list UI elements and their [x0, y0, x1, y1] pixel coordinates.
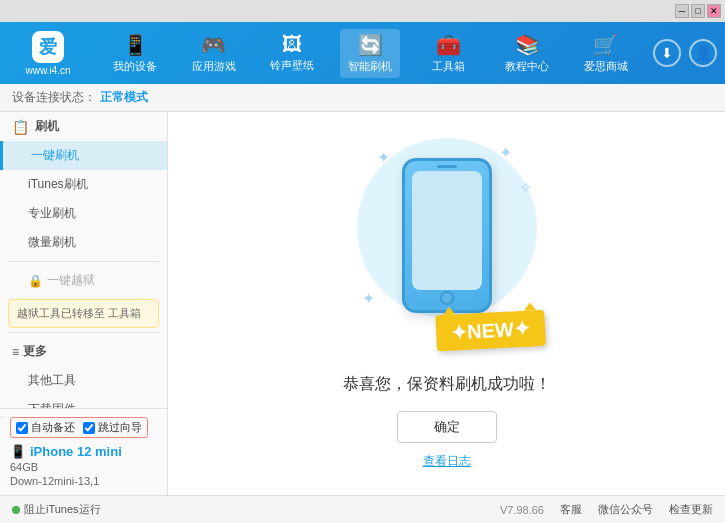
more-section-icon: ≡ [12, 345, 19, 359]
itunes-status-text: 阻止iTunes运行 [24, 502, 101, 517]
bottom-right: V7.98.66 客服 微信公众号 检查更新 [500, 502, 713, 517]
title-bar: ─ □ ✕ [0, 0, 725, 22]
user-btn[interactable]: 👤 [689, 39, 717, 67]
new-badge: ✦NEW✦ [435, 309, 545, 351]
section-flash: 📋 刷机 [0, 112, 167, 141]
success-text: 恭喜您，保资料刷机成功啦！ [343, 374, 551, 395]
wizard-checkbox[interactable]: 跳过向导 [83, 420, 142, 435]
alert-text: 越狱工具已转移至 工具箱 [17, 307, 141, 319]
section-flash-label: 刷机 [35, 118, 59, 135]
sidebar-downgrade[interactable]: 微量刷机 [0, 228, 167, 257]
device-system: Down-12mini-13,1 [10, 475, 157, 487]
sidebar-divider-1 [8, 261, 159, 262]
downgrade-label: 微量刷机 [28, 235, 76, 249]
device-name-text: iPhone 12 mini [30, 444, 122, 459]
sidebar-alert: 越狱工具已转移至 工具箱 [8, 299, 159, 328]
status-label: 设备连接状态： [12, 89, 96, 106]
app-icon: 🎮 [201, 33, 226, 57]
section-more: ≡ 更多 [0, 337, 167, 366]
sparkle-1: ✦ [377, 148, 390, 167]
device-name: 📱 iPhone 12 mini [10, 444, 157, 459]
minimize-btn[interactable]: ─ [675, 4, 689, 18]
checkbox-row: 自动备还 跳过向导 [10, 417, 157, 438]
nav-tutorial-label: 教程中心 [505, 59, 549, 74]
sidebar-jailbreak-disabled: 🔒 一键越狱 [0, 266, 167, 295]
sidebar-one-click[interactable]: 一键刷机 [0, 141, 167, 170]
bottom-bar: 阻止iTunes运行 V7.98.66 客服 微信公众号 检查更新 [0, 495, 725, 523]
status-bar: 设备连接状态： 正常模式 [0, 84, 725, 112]
device-storage: 64GB [10, 461, 157, 473]
itunes-status: 阻止iTunes运行 [12, 502, 101, 517]
sidebar-divider-2 [8, 332, 159, 333]
phone-illustration: ✦ ✦ ✧ ✦ ✦NEW✦ [347, 138, 547, 358]
wallpaper-icon: 🖼 [282, 33, 302, 56]
nav-store[interactable]: 🛒 爱思商城 [576, 29, 636, 78]
one-click-label: 一键刷机 [31, 148, 79, 162]
nav-toolbox-label: 工具箱 [432, 59, 465, 74]
phone-shape [402, 158, 492, 313]
sidebar-pro-flash[interactable]: 专业刷机 [0, 199, 167, 228]
auto-backup-input[interactable] [16, 422, 28, 434]
version-text: V7.98.66 [500, 504, 544, 516]
close-btn[interactable]: ✕ [707, 4, 721, 18]
other-tools-label: 其他工具 [28, 373, 76, 387]
nav-bar: 📱 我的设备 🎮 应用游戏 🖼 铃声壁纸 🔄 智能刷机 🧰 工具箱 📚 教程中心… [96, 29, 645, 78]
nav-my-device-label: 我的设备 [113, 59, 157, 74]
device-icon: 📱 [123, 33, 148, 57]
logo-url: www.i4.cn [25, 65, 70, 76]
nav-store-label: 爱思商城 [584, 59, 628, 74]
nav-toolbox[interactable]: 🧰 工具箱 [419, 29, 479, 78]
sparkle-2: ✦ [499, 143, 512, 162]
header-right: ⬇ 👤 [653, 39, 717, 67]
nav-tutorial[interactable]: 📚 教程中心 [497, 29, 557, 78]
nav-my-device[interactable]: 📱 我的设备 [105, 29, 165, 78]
flash-section-icon: 📋 [12, 119, 29, 135]
sidebar-itunes-flash[interactable]: iTunes刷机 [0, 170, 167, 199]
nav-smart-flash[interactable]: 🔄 智能刷机 [340, 29, 400, 78]
main-layout: 📋 刷机 一键刷机 iTunes刷机 专业刷机 微量刷机 🔒 一键越狱 越狱工具… [0, 112, 725, 495]
status-value: 正常模式 [100, 89, 148, 106]
pro-flash-label: 专业刷机 [28, 206, 76, 220]
sidebar-other-tools[interactable]: 其他工具 [0, 366, 167, 395]
sparkle-3: ✧ [519, 178, 532, 197]
logo-icon: 爱 [32, 31, 64, 63]
device-area: 自动备还 跳过向导 📱 iPhone 12 mini 64GB Down-12m… [0, 408, 168, 495]
phone-icon: 📱 [10, 444, 26, 459]
logo[interactable]: 爱 www.i4.cn [8, 31, 88, 76]
itunes-dot [12, 506, 20, 514]
customer-service-link[interactable]: 客服 [560, 502, 582, 517]
maximize-btn[interactable]: □ [691, 4, 705, 18]
content-area: ✦ ✦ ✧ ✦ ✦NEW✦ 恭喜您，保资料刷机成功啦！ 确定 查看日志 [168, 112, 725, 495]
auto-backup-label: 自动备还 [31, 420, 75, 435]
header: 爱 www.i4.cn 📱 我的设备 🎮 应用游戏 🖼 铃声壁纸 🔄 智能刷机 … [0, 22, 725, 84]
nav-wallpaper[interactable]: 🖼 铃声壁纸 [262, 29, 322, 77]
wizard-label: 跳过向导 [98, 420, 142, 435]
toolbox-icon: 🧰 [436, 33, 461, 57]
lock-icon: 🔒 [28, 274, 43, 288]
download-btn[interactable]: ⬇ [653, 39, 681, 67]
wechat-link[interactable]: 微信公众号 [598, 502, 653, 517]
phone-screen [412, 171, 482, 290]
nav-wallpaper-label: 铃声壁纸 [270, 58, 314, 73]
flash-icon: 🔄 [358, 33, 383, 57]
nav-smart-flash-label: 智能刷机 [348, 59, 392, 74]
wizard-input[interactable] [83, 422, 95, 434]
auto-backup-checkbox[interactable]: 自动备还 [16, 420, 75, 435]
phone-speaker [437, 165, 457, 168]
nav-app-games[interactable]: 🎮 应用游戏 [184, 29, 244, 78]
itunes-flash-label: iTunes刷机 [28, 177, 88, 191]
sparkle-4: ✦ [362, 289, 375, 308]
confirm-button[interactable]: 确定 [397, 411, 497, 443]
nav-app-games-label: 应用游戏 [192, 59, 236, 74]
store-icon: 🛒 [593, 33, 618, 57]
sidebar: 📋 刷机 一键刷机 iTunes刷机 专业刷机 微量刷机 🔒 一键越狱 越狱工具… [0, 112, 168, 495]
jailbreak-label: 一键越狱 [47, 272, 95, 289]
secondary-link[interactable]: 查看日志 [423, 453, 471, 470]
phone-home-btn [440, 291, 454, 305]
tutorial-icon: 📚 [515, 33, 540, 57]
more-section-label: 更多 [23, 343, 47, 360]
check-update-link[interactable]: 检查更新 [669, 502, 713, 517]
